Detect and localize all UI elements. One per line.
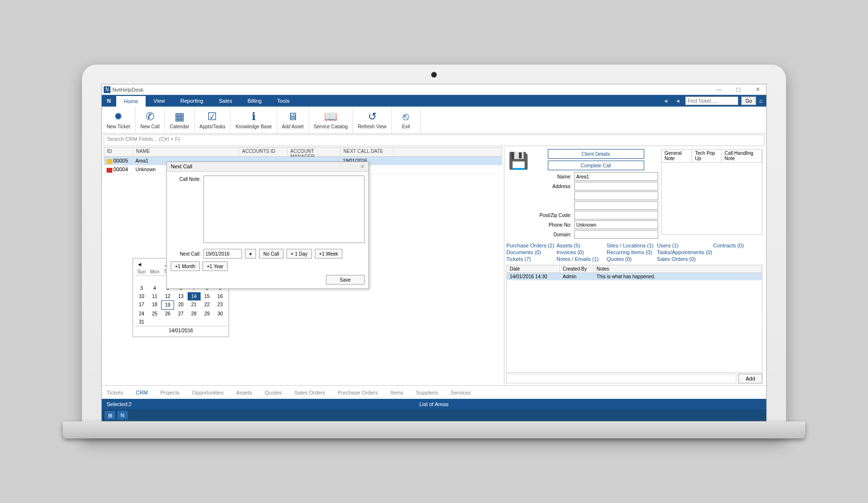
bottom-tab[interactable]: Services	[450, 390, 471, 395]
search-crm-input[interactable]: Search CRM Fields... (Ctrl + F)	[104, 135, 764, 146]
call-note-input[interactable]	[203, 176, 365, 243]
detail-link[interactable]: Documents (0)	[506, 249, 556, 255]
calendar-day[interactable]: 17	[135, 300, 148, 310]
menu-tab-home[interactable]: Home	[116, 95, 146, 107]
calendar-day[interactable]: 23	[214, 300, 227, 310]
calendar-day[interactable]: 22	[201, 300, 214, 310]
calendar-day[interactable]: 21	[188, 300, 201, 310]
notes-row[interactable]: 14/01/2016 14:30 Admin This is what has …	[507, 273, 762, 280]
bottom-tab[interactable]: Tickets	[107, 390, 123, 395]
calendar-day[interactable]: 16	[214, 292, 227, 300]
bottom-tab[interactable]: Items	[391, 390, 404, 395]
ribbon-calendar[interactable]: ▦Calendar	[165, 107, 195, 133]
menu-logo[interactable]: N	[102, 95, 116, 107]
detail-link[interactable]: Assets (5)	[556, 243, 606, 248]
calendar-day[interactable]: 11	[148, 292, 161, 300]
nav-forward-icon[interactable]: ◄	[673, 98, 682, 104]
no-call-button[interactable]: No Call	[259, 249, 284, 258]
ribbon-add-asset[interactable]: 🖥Add Asset	[277, 107, 309, 133]
calendar-day[interactable]: 15	[201, 292, 214, 300]
calendar-day[interactable]: 12	[161, 292, 174, 300]
address-input-1[interactable]	[574, 182, 658, 190]
prev-month-icon[interactable]: ◄	[137, 261, 142, 267]
save-icon[interactable]: 💾	[506, 149, 530, 240]
detail-link[interactable]: Recurring Items (0)	[607, 249, 656, 255]
new-note-input[interactable]	[506, 374, 736, 383]
plus-1-year-button[interactable]: +1 Year	[203, 261, 228, 271]
bottom-tab[interactable]: Purchase Orders	[338, 390, 378, 395]
menu-tab-billing[interactable]: Billing	[240, 95, 269, 107]
calendar-day[interactable]: 10	[135, 292, 148, 300]
go-button[interactable]: Go	[741, 96, 756, 105]
detail-link[interactable]: Tasks/Appointments (0)	[657, 249, 712, 255]
taskbar-app-icon[interactable]: N	[117, 411, 128, 420]
calendar-day[interactable]: 31	[135, 318, 148, 326]
ribbon-refresh-view[interactable]: ↺Refresh View	[353, 107, 392, 133]
bottom-tab[interactable]: Quotes	[265, 390, 282, 395]
address-input-3[interactable]	[574, 201, 658, 210]
menu-tab-reporting[interactable]: Reporting	[173, 95, 211, 107]
postzip-input[interactable]	[574, 211, 658, 219]
domain-input[interactable]	[574, 230, 658, 239]
calendar-day[interactable]: 19	[161, 300, 174, 310]
phone-input[interactable]	[574, 220, 658, 229]
ribbon-new-ticket[interactable]: ✹New Ticket	[102, 107, 136, 133]
find-ticket-input[interactable]	[685, 96, 738, 105]
name-input[interactable]	[574, 172, 658, 181]
detail-link[interactable]: Users (1)	[657, 243, 712, 248]
calendar-day[interactable]: 14	[188, 292, 201, 300]
date-picker-button[interactable]: ▾	[245, 249, 256, 258]
detail-link[interactable]: Sales Orders (0)	[657, 256, 712, 262]
client-details-button[interactable]: Client Details	[548, 149, 644, 159]
ribbon-exit[interactable]: ⎋Exit	[392, 107, 420, 133]
close-button[interactable]: ✕	[751, 86, 764, 93]
close-icon[interactable]: ✕	[360, 163, 365, 170]
detail-link[interactable]: Quotes (0)	[607, 256, 656, 262]
bottom-tab[interactable]: Suppliers	[416, 390, 438, 395]
bottom-tab[interactable]: Assets	[236, 390, 252, 395]
detail-link[interactable]: Invoices (0)	[556, 249, 606, 255]
next-call-date-input[interactable]	[203, 249, 242, 258]
bottom-tab[interactable]: Projects	[161, 390, 180, 395]
calendar-day[interactable]: 24	[135, 310, 148, 318]
calendar-today-label[interactable]: 14/01/2016	[135, 326, 227, 335]
minimize-button[interactable]: —	[712, 86, 726, 93]
ribbon-new-call[interactable]: ✆New Call	[136, 107, 165, 133]
complete-call-button[interactable]: Complete Call	[548, 161, 644, 170]
calendar-day[interactable]: 3	[135, 284, 148, 292]
menu-tab-view[interactable]: View	[146, 95, 173, 107]
calendar-day[interactable]: 27	[174, 310, 187, 318]
tab-call-handling[interactable]: Call Handling Note	[722, 150, 762, 162]
add-note-button[interactable]: Add	[738, 374, 762, 383]
calendar-day[interactable]: 25	[148, 310, 161, 318]
home-icon[interactable]: ⌂	[759, 98, 762, 104]
calendar-day[interactable]: 18	[148, 300, 161, 310]
bottom-tab[interactable]: CRM	[136, 390, 148, 395]
menu-tab-tools[interactable]: Tools	[270, 95, 298, 107]
plus-1-day-button[interactable]: + 1 Day	[286, 249, 312, 258]
save-button[interactable]: Save	[326, 275, 365, 285]
calendar-day[interactable]: 26	[161, 310, 174, 318]
detail-link[interactable]: Sites / Locations (1)	[607, 243, 656, 248]
ribbon-appts-tasks[interactable]: ☑Appts/Tasks	[195, 107, 231, 133]
nav-back-icon[interactable]: ◄	[661, 98, 670, 104]
calendar-day[interactable]: 30	[214, 310, 227, 318]
address-input-2[interactable]	[574, 191, 658, 200]
bottom-tab[interactable]: Sales Orders	[294, 390, 325, 395]
ribbon-knowledge-base[interactable]: ℹKnowledge Base	[231, 107, 277, 133]
calendar-day[interactable]: 20	[174, 300, 187, 310]
tab-general-note[interactable]: General Note	[662, 150, 692, 162]
detail-link[interactable]: Contracts (0)	[713, 243, 762, 248]
calendar-day[interactable]: 29	[201, 310, 214, 318]
detail-link[interactable]: Purchase Orders (2)	[506, 243, 556, 248]
plus-1-month-button[interactable]: +1 Month	[171, 261, 200, 271]
detail-link[interactable]: Tickets (7)	[506, 256, 556, 262]
note-textarea[interactable]	[661, 163, 762, 235]
start-button[interactable]: ⊞	[105, 411, 115, 420]
maximize-button[interactable]: ▢	[732, 86, 745, 93]
calendar-day[interactable]: 28	[188, 310, 201, 318]
detail-link[interactable]: Notes / Emails (1)	[556, 256, 606, 262]
tab-tech-popup[interactable]: Tech Pop Up	[692, 150, 721, 162]
menu-tab-sales[interactable]: Sales	[211, 95, 240, 107]
calendar-day[interactable]: 4	[148, 284, 161, 292]
